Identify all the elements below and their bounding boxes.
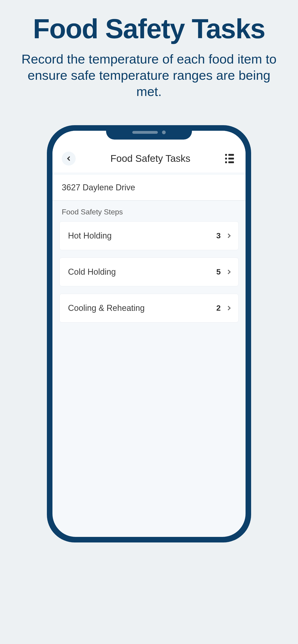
step-meta: 3 (216, 231, 230, 240)
step-cold-holding[interactable]: Cold Holding 5 (59, 258, 239, 286)
step-label: Hot Holding (68, 231, 112, 241)
steps-list: Hot Holding 3 Cold Holding 5 Cooling & R… (53, 222, 245, 322)
notch-speaker (132, 131, 158, 134)
chevron-right-icon (226, 306, 231, 310)
location-bar: 3627 Daylene Drive (53, 175, 245, 201)
notch-camera (162, 130, 166, 134)
step-hot-holding[interactable]: Hot Holding 3 (59, 222, 239, 250)
phone-screen: Food Safety Tasks 3627 Daylene Drive Foo… (53, 131, 245, 537)
back-button[interactable] (62, 152, 76, 166)
chevron-right-icon (226, 270, 231, 274)
step-count: 3 (216, 231, 221, 240)
menu-button[interactable] (225, 154, 236, 163)
phone-frame: Food Safety Tasks 3627 Daylene Drive Foo… (47, 125, 251, 542)
step-count: 5 (216, 267, 221, 276)
step-label: Cold Holding (68, 267, 116, 277)
page-subtitle: Record the temperature of each food item… (16, 51, 282, 100)
step-label: Cooling & Reheating (68, 303, 145, 313)
phone-notch (106, 125, 192, 140)
step-meta: 2 (216, 304, 230, 312)
chevron-right-icon (226, 234, 231, 238)
app-header-title: Food Safety Tasks (76, 153, 225, 164)
page-title: Food Safety Tasks (33, 14, 265, 44)
chevron-left-icon (67, 156, 72, 161)
step-cooling-reheating[interactable]: Cooling & Reheating 2 (59, 294, 239, 322)
step-count: 2 (216, 304, 221, 312)
section-label: Food Safety Steps (53, 201, 245, 222)
step-meta: 5 (216, 267, 230, 276)
